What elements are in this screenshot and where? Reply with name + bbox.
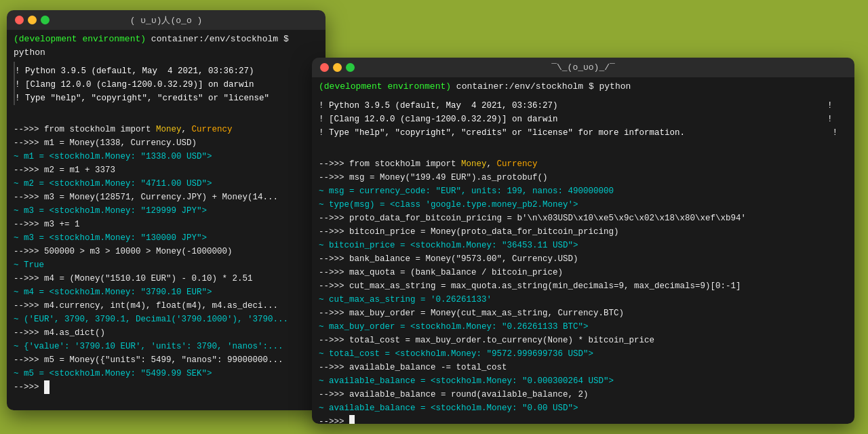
close-button-1[interactable] — [15, 16, 24, 24]
prompt-env-1: (development environment) — [14, 34, 151, 44]
minimize-button-1[interactable] — [28, 16, 37, 24]
terminal-content-2: -->>> from stockholm import Money, Curre… — [312, 140, 854, 425]
prompt-bar-1: (development environment) container:/env… — [7, 30, 326, 62]
prompt-path-2: container:/env/stockholm — [456, 81, 583, 92]
window-title-2: ¯\_(ο_υο)_/¯ — [551, 62, 615, 73]
traffic-lights-1[interactable] — [15, 16, 50, 24]
terminal-body-1: (development environment) container:/env… — [7, 30, 326, 410]
prompt-bar-2: (development environment) container:/env… — [312, 77, 854, 96]
titlebar-2: ¯\_(ο_υο)_/¯ — [312, 58, 854, 77]
traffic-lights-2[interactable] — [320, 63, 355, 72]
prompt-path-1: container:/env/stockholm — [151, 34, 278, 44]
python-info-2: ! Python 3.9.5 (default, May 4 2021, 03:… — [312, 96, 854, 140]
minimize-button-2[interactable] — [333, 63, 342, 72]
titlebar-1: ( υ_υ)人(ο_ο ) — [7, 10, 326, 30]
maximize-button-1[interactable] — [41, 16, 50, 24]
window-title-1: ( υ_υ)人(ο_ο ) — [130, 14, 203, 26]
terminal-window-1[interactable]: ( υ_υ)人(ο_ο ) (development environment) … — [7, 10, 326, 410]
close-button-2[interactable] — [320, 63, 329, 72]
terminal-window-2[interactable]: ¯\_(ο_υο)_/¯ (development environment) c… — [312, 58, 854, 424]
terminal-body-2: (development environment) container:/env… — [312, 77, 854, 424]
prompt-dollar-2: $ python — [583, 81, 631, 92]
terminal-content-1: -->>> from stockholm import Money, Curre… — [7, 105, 326, 410]
python-info-1: ! Python 3.9.5 (default, May 4 2021, 03:… — [14, 62, 319, 105]
prompt-env-2: (development environment) — [319, 81, 456, 92]
maximize-button-2[interactable] — [346, 63, 355, 72]
